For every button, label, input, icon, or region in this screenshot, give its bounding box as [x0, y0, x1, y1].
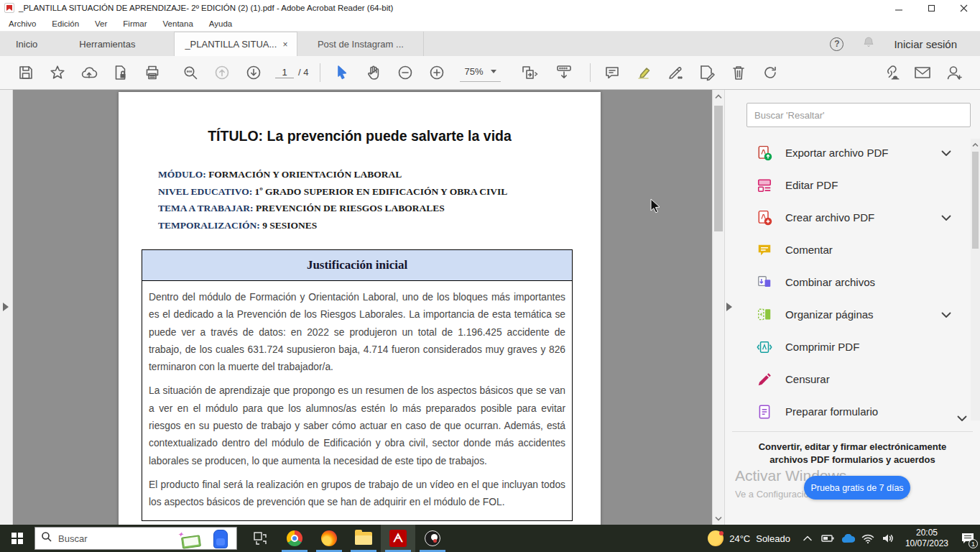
chevron-down-icon[interactable]: [941, 308, 951, 321]
menu-ayuda[interactable]: Ayuda: [209, 19, 232, 28]
left-nav-pane-strip[interactable]: [0, 90, 13, 525]
toolbar-pin-icon[interactable]: [552, 60, 576, 85]
document-scrollbar[interactable]: [712, 90, 724, 525]
add-person-icon[interactable]: [942, 60, 966, 85]
page-number-input[interactable]: [275, 67, 294, 78]
tab-herramientas[interactable]: Herramientas: [63, 32, 151, 56]
tray-expand-icon[interactable]: [798, 525, 818, 552]
meta-line: TEMPORALIZACIÓN: 9 SESIONES: [158, 217, 601, 234]
sign-pen-icon[interactable]: [663, 60, 688, 85]
chevron-down-icon[interactable]: [941, 147, 951, 160]
prepare-form-icon: [757, 404, 772, 420]
taskbar-acrobat-icon[interactable]: ᗅ: [381, 525, 415, 552]
main-toolbar: / 4 75%: [0, 56, 980, 90]
maximize-button[interactable]: [915, 0, 948, 16]
pdf-page: TÍTULO: La prevención puede salvarte la …: [119, 92, 601, 525]
menu-archivo[interactable]: Archivo: [9, 19, 36, 28]
taskbar-obs-icon[interactable]: [415, 525, 450, 552]
tab-bar: Inicio Herramientas _PLANTILLA SITUA... …: [0, 32, 980, 56]
list-scroll-down-icon[interactable]: [957, 412, 967, 425]
menu-edicion[interactable]: Edición: [52, 19, 79, 28]
volume-icon[interactable]: [878, 525, 898, 552]
tools-search-input[interactable]: [746, 103, 971, 127]
expand-left-pane-icon[interactable]: [3, 303, 9, 311]
free-trial-button[interactable]: Prueba gratis de 7 días: [804, 476, 910, 500]
tool-create-pdf[interactable]: Crear archivo PDF: [725, 201, 970, 234]
chevron-down-icon: [491, 70, 496, 73]
zoom-out-icon[interactable]: [393, 60, 417, 85]
email-icon[interactable]: [910, 60, 935, 85]
task-view-icon[interactable]: [243, 525, 277, 552]
minimize-button[interactable]: [883, 0, 915, 16]
menu-ventana[interactable]: Ventana: [163, 19, 193, 28]
zoom-level-value: 75%: [464, 66, 483, 77]
notification-center-icon[interactable]: 1: [956, 525, 980, 552]
cloud-upload-icon[interactable]: [77, 60, 101, 85]
tool-export-pdf[interactable]: Exportar archivo PDF: [725, 137, 970, 169]
sign-in-button[interactable]: Iniciar sesión: [894, 38, 957, 50]
zoom-in-icon[interactable]: [425, 60, 449, 85]
page-total-label: / 4: [298, 67, 308, 78]
wifi-icon[interactable]: [858, 525, 878, 552]
tab-inicio[interactable]: Inicio: [0, 32, 53, 56]
tool-organize-pages[interactable]: Organizar páginas: [725, 298, 970, 331]
hand-tool-icon[interactable]: [361, 60, 386, 85]
scroll-up-icon[interactable]: [713, 90, 724, 103]
tab-document-2[interactable]: Post de Instagram ...: [297, 32, 424, 56]
zoom-level-dropdown[interactable]: 75%: [460, 63, 500, 82]
search-icon[interactable]: [178, 60, 203, 85]
menu-firmar[interactable]: Firmar: [123, 19, 147, 28]
tools-list: Exportar archivo PDF Editar PDF Crear ar…: [725, 137, 970, 428]
panel-scrollbar[interactable]: [971, 139, 980, 420]
taskbar-firefox-icon[interactable]: [312, 525, 346, 552]
save-icon[interactable]: [14, 60, 38, 85]
chevron-down-icon[interactable]: [941, 211, 951, 224]
tool-comment[interactable]: Comentar: [725, 234, 970, 266]
taskbar-clock[interactable]: 20:05 10/07/2023: [898, 528, 956, 549]
scrollbar-thumb[interactable]: [714, 106, 723, 231]
scroll-down-icon[interactable]: [713, 512, 724, 525]
start-button[interactable]: [0, 525, 34, 552]
panel-scroll-up-icon[interactable]: [971, 139, 980, 152]
taskbar-search-placeholder: Buscar: [58, 533, 87, 544]
taskbar-weather[interactable]: 24°CSoleado: [701, 530, 798, 546]
previous-page-icon[interactable]: [210, 60, 234, 85]
star-icon[interactable]: [45, 60, 70, 85]
search-box-illustration: ✦: [177, 529, 234, 549]
delete-icon[interactable]: [726, 60, 751, 85]
menu-ver[interactable]: Ver: [95, 19, 107, 28]
close-button[interactable]: [948, 0, 980, 16]
sun-icon: [708, 530, 724, 546]
share-link-icon[interactable]: [879, 60, 903, 85]
tab-document-active[interactable]: _PLANTILLA SITUA... ×: [174, 32, 297, 56]
taskbar-explorer-icon[interactable]: [346, 525, 381, 552]
tool-edit-pdf[interactable]: Editar PDF: [725, 169, 970, 201]
fill-sign-icon[interactable]: [695, 60, 719, 85]
redact-icon: [757, 372, 772, 387]
tab-close-icon[interactable]: ×: [280, 40, 290, 50]
onedrive-icon[interactable]: [838, 525, 858, 552]
help-icon[interactable]: ?: [830, 37, 843, 51]
tool-redact[interactable]: Censurar: [725, 363, 970, 395]
tool-prepare-form[interactable]: Preparar formulario: [725, 395, 970, 428]
taskbar-search[interactable]: Buscar ✦: [34, 527, 237, 550]
highlighter-icon[interactable]: [632, 60, 656, 85]
page-display-icon[interactable]: [518, 60, 542, 85]
taskbar-chrome-icon[interactable]: [277, 525, 312, 552]
acrobat-app-icon: [4, 3, 14, 13]
comment-icon[interactable]: [600, 60, 624, 85]
panel-scrollbar-thumb[interactable]: [972, 152, 979, 249]
refresh-icon[interactable]: [758, 60, 782, 85]
tool-compress-pdf[interactable]: Comprimir PDF: [725, 331, 970, 363]
print-icon[interactable]: [140, 60, 165, 85]
select-tool-icon[interactable]: [330, 60, 354, 85]
justification-paragraph: Dentro del módulo de Formación y Orienta…: [149, 289, 565, 376]
tool-combine-files[interactable]: Combinar archivos: [725, 266, 970, 298]
bell-icon[interactable]: [862, 36, 875, 52]
window-title: _PLANTILLA SITUACIÓN DE APRENDIZAJE- 2º …: [19, 4, 393, 12]
file-lock-icon[interactable]: [108, 60, 133, 85]
next-page-icon[interactable]: [241, 60, 266, 85]
notification-badge: 1: [969, 539, 978, 548]
tab-document-label: _PLANTILLA SITUA...: [185, 39, 277, 50]
battery-icon[interactable]: [818, 525, 838, 552]
